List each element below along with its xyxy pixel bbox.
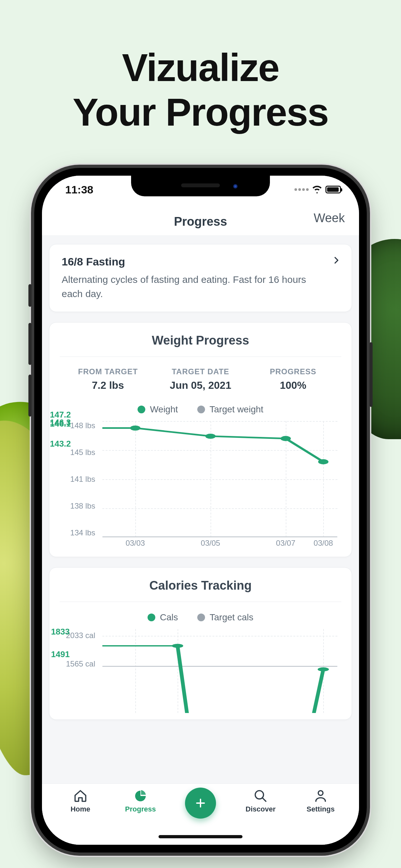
y-tick: 138 lbs [60, 501, 95, 510]
legend-dot-icon [197, 406, 205, 413]
calories-card-title: Calories Tracking [58, 579, 343, 601]
legend-weight: Weight [137, 404, 178, 414]
tab-add[interactable] [171, 789, 230, 818]
phone-frame: 11:38 Progress Week 16/8 Fasting Alterna… [34, 168, 367, 852]
weight-progress-card: Weight Progress FROM TARGET 7.2 lbs TARG… [49, 322, 352, 557]
tab-bar: Home Progress Discover [42, 783, 359, 845]
y-tick: 1565 cal [60, 659, 95, 669]
cellular-dots-icon [295, 188, 309, 191]
tab-label: Home [70, 805, 90, 813]
svg-point-0 [130, 426, 141, 431]
home-indicator[interactable] [158, 835, 243, 838]
point-label: 1491 [51, 649, 70, 659]
svg-point-1 [205, 434, 216, 439]
legend-target-weight: Target weight [197, 404, 264, 414]
phone-power-button [369, 342, 373, 407]
y-tick: 141 lbs [60, 475, 95, 484]
phone-screen: 11:38 Progress Week 16/8 Fasting Alterna… [42, 176, 359, 845]
headline-line-1: Vizualize [0, 45, 401, 90]
fasting-plan-description: Alternating cycles of fasting and eating… [62, 273, 339, 301]
page-title: Progress [174, 215, 227, 228]
legend-dot-icon [148, 614, 155, 621]
tab-progress[interactable]: Progress [111, 789, 171, 813]
metric-target-date: TARGET DATE Jun 05, 2021 [154, 367, 247, 392]
tab-label: Discover [246, 805, 276, 813]
fasting-plan-title: 16/8 Fasting [62, 255, 339, 268]
home-icon [73, 789, 88, 803]
tab-discover[interactable]: Discover [230, 789, 290, 813]
phone-notch [131, 176, 270, 196]
x-tick: 03/08 [313, 538, 333, 548]
svg-point-4 [172, 644, 183, 648]
y-tick: 145 lbs [60, 448, 95, 457]
legend-label: Cals [160, 612, 178, 623]
legend-target-cals: Target cals [197, 612, 253, 623]
point-label: 143.2 [50, 439, 71, 449]
weight-metrics-row: FROM TARGET 7.2 lbs TARGET DATE Jun 05, … [58, 367, 343, 392]
metric-value: 100% [247, 379, 339, 392]
pie-chart-icon [133, 789, 148, 803]
weight-chart: 148 lbs 145 lbs 141 lbs 138 lbs 134 lbs [60, 421, 341, 550]
phone-volume-down [28, 375, 32, 416]
scroll-content[interactable]: 16/8 Fasting Alternating cycles of fasti… [42, 236, 359, 795]
tab-label: Settings [307, 805, 335, 813]
weight-y-axis: 148 lbs 145 lbs 141 lbs 138 lbs 134 lbs [60, 421, 99, 537]
chevron-right-icon [332, 256, 341, 265]
calories-tracking-card: Calories Tracking Cals Target cals 2033 … [49, 567, 352, 720]
plus-icon [194, 797, 207, 810]
calories-line-series [102, 629, 337, 713]
search-icon [253, 789, 268, 803]
weight-card-title: Weight Progress [58, 334, 343, 356]
legend-label: Weight [150, 404, 178, 414]
metric-from-target: FROM TARGET 7.2 lbs [62, 367, 154, 392]
battery-icon [326, 186, 341, 193]
x-tick: 03/07 [276, 538, 296, 548]
point-label: 1833 [51, 627, 70, 637]
weight-x-axis: 03/03 03/05 03/07 03/08 [102, 538, 337, 550]
weight-line-series [102, 421, 337, 537]
divider [60, 356, 341, 357]
svg-point-2 [281, 436, 291, 441]
phone-volume-up [28, 323, 32, 365]
phone-mute-switch [28, 284, 32, 307]
tab-label: Progress [125, 805, 156, 813]
y-tick: 134 lbs [60, 528, 95, 537]
calories-y-axis: 2033 cal 1565 cal [60, 629, 99, 700]
legend-label: Target weight [210, 404, 264, 414]
x-tick: 03/05 [201, 538, 220, 548]
x-tick: 03/03 [126, 538, 145, 548]
legend-cals: Cals [148, 612, 178, 623]
add-button[interactable] [185, 787, 216, 818]
metric-value: 7.2 lbs [62, 379, 154, 392]
calories-legend: Cals Target cals [58, 612, 343, 623]
fasting-plan-card[interactable]: 16/8 Fasting Alternating cycles of fasti… [49, 244, 352, 312]
point-label: 146.1 [50, 419, 71, 429]
metric-label: TARGET DATE [154, 367, 247, 376]
svg-point-3 [318, 459, 328, 464]
weight-legend: Weight Target weight [58, 404, 343, 414]
svg-point-5 [318, 668, 329, 671]
wifi-icon [312, 186, 322, 193]
status-icons [295, 186, 341, 193]
legend-dot-icon [197, 614, 205, 621]
marketing-headline: Vizualize Your Progress [0, 0, 401, 134]
metric-label: FROM TARGET [62, 367, 154, 376]
legend-dot-icon [137, 406, 145, 413]
tab-settings[interactable]: Settings [290, 789, 351, 813]
divider [60, 601, 341, 602]
period-selector[interactable]: Week [314, 211, 345, 225]
metric-label: PROGRESS [247, 367, 339, 376]
headline-line-2: Your Progress [0, 90, 401, 134]
legend-label: Target cals [210, 612, 253, 623]
status-time: 11:38 [65, 183, 93, 196]
metric-progress: PROGRESS 100% [247, 367, 339, 392]
tab-home[interactable]: Home [50, 789, 111, 813]
person-icon [313, 789, 328, 803]
calories-chart: 2033 cal 1565 cal [60, 629, 341, 713]
metric-value: Jun 05, 2021 [154, 379, 247, 392]
svg-point-7 [318, 791, 323, 796]
